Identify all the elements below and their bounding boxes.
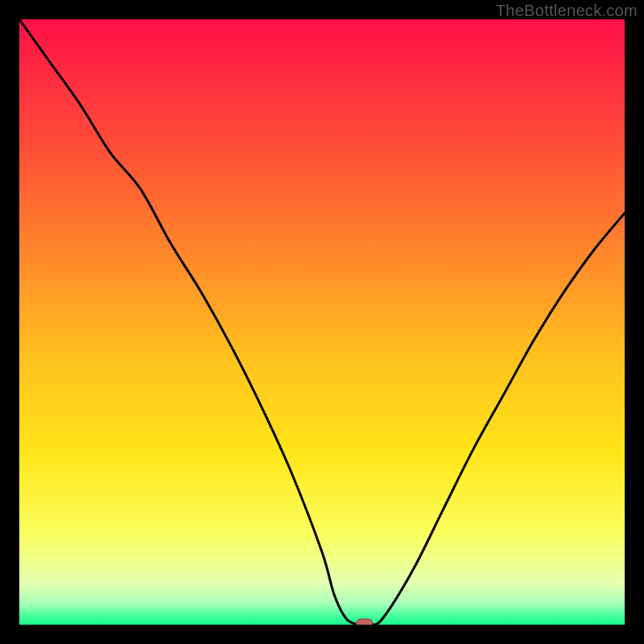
- optimal-marker: [357, 619, 373, 625]
- gradient-background: [19, 19, 625, 625]
- chart-frame: TheBottleneck.com: [0, 0, 644, 644]
- bottleneck-chart: [19, 19, 625, 625]
- watermark-text: TheBottleneck.com: [496, 2, 638, 20]
- plot-area: [19, 19, 625, 625]
